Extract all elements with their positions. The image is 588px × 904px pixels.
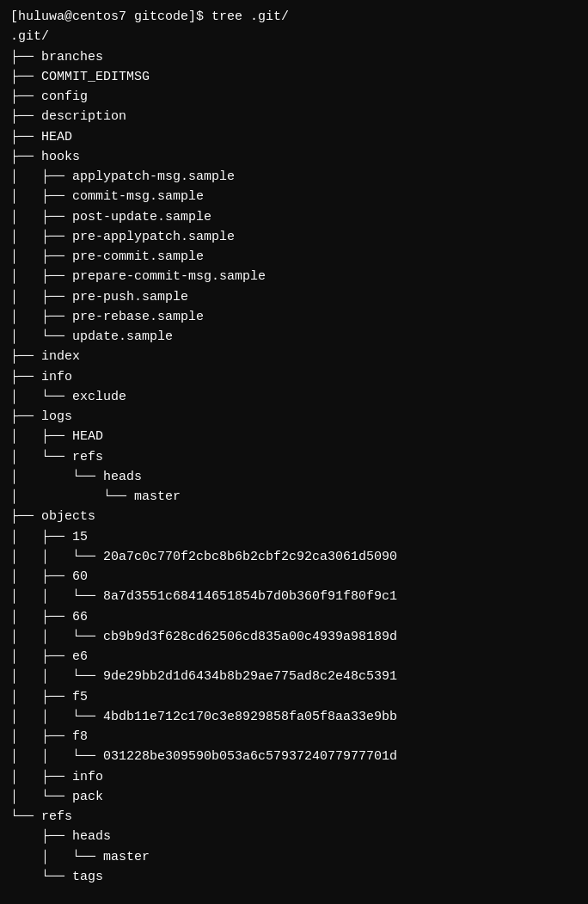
prepare-commit-line: │ ├── prepare-commit-msg.sample (10, 267, 578, 286)
pre-applypatch-line: │ ├── pre-applypatch.sample (10, 227, 578, 247)
config-line: ├── config (10, 87, 578, 107)
description-line: ├── description (10, 107, 578, 126)
refs-line: └── refs (10, 807, 578, 827)
hooks-line: ├── hooks (10, 147, 578, 167)
refs-heads-line: ├── heads (10, 827, 578, 846)
obj-f5-line: │ ├── f5 (10, 687, 578, 707)
applypatch-line: │ ├── applypatch-msg.sample (10, 167, 578, 187)
pre-rebase-line: │ ├── pre-rebase.sample (10, 307, 578, 327)
exclude-line: │ └── exclude (10, 387, 578, 407)
obj-f8-hash-line: │ │ └── 031228be309590b053a6c57937240779… (10, 747, 578, 766)
logs-refs-heads-master-line: │ └── master (10, 487, 578, 507)
info-line: ├── info (10, 367, 578, 387)
update-line: │ └── update.sample (10, 327, 578, 347)
obj-15-hash-line: │ │ └── 20a7c0c770f2cbc8b6b2cbf2c92ca306… (10, 547, 578, 567)
obj-66-line: │ ├── 66 (10, 607, 578, 627)
logs-refs-heads-line: │ └── heads (10, 467, 578, 487)
obj-info-line: │ ├── info (10, 767, 578, 787)
git-root: .git/ (10, 27, 578, 46)
obj-15-line: │ ├── 15 (10, 527, 578, 547)
logs-line: ├── logs (10, 407, 578, 427)
obj-f8-line: │ ├── f8 (10, 727, 578, 747)
obj-66-hash-line: │ │ └── cb9b9d3f628cd62506cd835a00c4939a… (10, 627, 578, 647)
refs-heads-master-line: │ └── master (10, 847, 578, 867)
logs-refs-line: │ └── refs (10, 447, 578, 467)
prompt-line-1: [huluwa@centos7 gitcode]$ tree .git/ (10, 7, 578, 27)
obj-60-hash-line: │ │ └── 8a7d3551c68414651854b7d0b360f91f… (10, 587, 578, 606)
obj-e6-hash-line: │ │ └── 9de29bb2d1d6434b8b29ae775ad8c2e4… (10, 667, 578, 686)
obj-e6-line: │ ├── e6 (10, 647, 578, 667)
obj-f5-hash-line: │ │ └── 4bdb11e712c170c3e8929858fa05f8aa… (10, 707, 578, 727)
objects-line: ├── objects (10, 507, 578, 526)
logs-head-line: │ ├── HEAD (10, 427, 578, 446)
blank-line (10, 887, 578, 904)
index-line: ├── index (10, 347, 578, 366)
commit-editmsg-line: ├── COMMIT_EDITMSG (10, 67, 578, 87)
pre-push-line: │ ├── pre-push.sample (10, 287, 578, 307)
obj-pack-line: │ └── pack (10, 787, 578, 807)
terminal: [huluwa@centos7 gitcode]$ tree .git/ .gi… (10, 7, 578, 904)
commit-msg-line: │ ├── commit-msg.sample (10, 187, 578, 206)
refs-tags-line: └── tags (10, 867, 578, 887)
pre-commit-line: │ ├── pre-commit.sample (10, 247, 578, 267)
head-line: ├── HEAD (10, 127, 578, 147)
post-update-line: │ ├── post-update.sample (10, 207, 578, 227)
branches-line: ├── branches (10, 47, 578, 67)
obj-60-line: │ ├── 60 (10, 567, 578, 587)
